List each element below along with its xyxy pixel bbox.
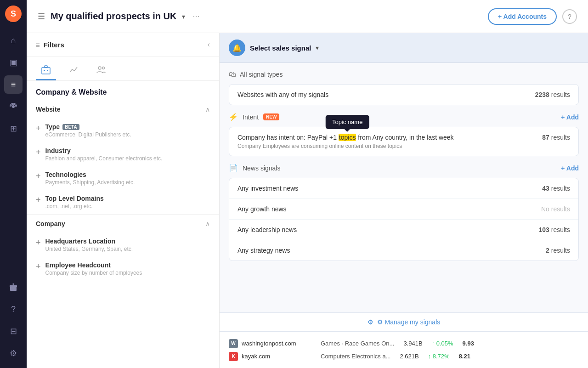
manage-signals-icon: ⚙ [368, 318, 373, 326]
filter-header: ≡ Filters ‹ [27, 33, 219, 57]
news-icon: 📄 [229, 164, 238, 172]
main-area: ☰ My qualified prospects in UK ▾ ··· + A… [27, 0, 588, 368]
signal-select-label: Select sales signal [250, 44, 311, 52]
intent-icon: ⚡ [229, 113, 238, 121]
filter-icon: ≡ [36, 41, 40, 49]
signal-selector: 🔔 Select sales signal ▾ [220, 33, 588, 63]
table-row[interactable]: K kayak.com Computers Electronics a... 2… [229, 352, 579, 361]
nav-item-grid[interactable]: ⊟ [4, 322, 23, 340]
bottom-table: W washingtonpost.com Games · Race Games … [220, 331, 588, 368]
filter-group-website: Website ∧ + Type BETA eCommerce, Digital… [27, 100, 219, 215]
filter-item-industry: + Industry Fashion and apparel, Consumer… [27, 142, 219, 166]
all-signal-types-header: 🛍 All signal types [229, 70, 579, 79]
add-type-button[interactable]: + [36, 124, 41, 133]
nav-item-home[interactable]: ⌂ [4, 31, 23, 50]
intent-header: ⚡ Intent NEW + Add [229, 113, 579, 121]
all-signal-types-icon: 🛍 [229, 70, 236, 79]
topic-tooltip: Topic name [326, 115, 369, 129]
news-card-growth[interactable]: Any growth news No results [229, 199, 578, 220]
filter-tabs [27, 57, 219, 81]
svg-rect-5 [44, 70, 45, 71]
tab-company[interactable] [36, 60, 56, 80]
svg-rect-6 [47, 70, 48, 71]
page-title-dropdown[interactable]: ▾ [182, 13, 185, 20]
intent-new-badge: NEW [263, 113, 279, 120]
news-card-strategy[interactable]: Any strategy news 2 results [229, 240, 578, 260]
site-icon-washingtonpost: W [229, 339, 238, 348]
intent-section: ⚡ Intent NEW + Add Company has intent on… [229, 113, 579, 156]
news-card-investment[interactable]: Any investment news 43 results [229, 178, 578, 199]
nav-item-signal[interactable] [4, 97, 23, 116]
filter-item-technologies: + Technologies Payments, Shipping, Adver… [27, 166, 219, 190]
tab-chart[interactable] [63, 60, 84, 80]
filter-item-hq: + Headquarters Location United States, G… [27, 233, 219, 257]
page-icon: ☰ [38, 11, 45, 22]
topic-tooltip-trigger: topics Topic name [339, 134, 356, 141]
svg-point-8 [102, 67, 105, 69]
more-options-button[interactable]: ··· [192, 11, 199, 21]
intent-card[interactable]: Company has intent on: PayPal +1 topics … [229, 127, 579, 156]
intent-add-button[interactable]: + Add [561, 113, 579, 121]
company-group-chevron: ∧ [205, 220, 210, 227]
nav-item-help[interactable]: ? [4, 300, 23, 318]
add-domains-button[interactable]: + [36, 195, 41, 205]
filter-collapse-button[interactable]: ‹ [208, 40, 210, 49]
tab-people[interactable] [91, 60, 111, 80]
nav-item-analytics[interactable]: ⊞ [4, 119, 23, 138]
add-industry-button[interactable]: + [36, 147, 41, 157]
svg-point-0 [12, 105, 15, 108]
filter-item-domains: + Top Level Domains .com, .net, .org etc… [27, 190, 219, 214]
filter-title: ≡ Filters [36, 41, 64, 49]
filter-item-headcount: + Employee Headcount Company size by num… [27, 257, 219, 281]
website-group-header[interactable]: Website ∧ [27, 100, 219, 119]
news-header: 📄 News signals + Add [229, 164, 579, 172]
website-group-chevron: ∧ [205, 106, 210, 113]
beta-badge: BETA [62, 124, 79, 130]
add-technologies-button[interactable]: + [36, 171, 41, 181]
filter-panel: ≡ Filters ‹ [27, 33, 220, 368]
signal-content: 🛍 All signal types Websites with any of … [220, 63, 588, 312]
signal-dropdown-arrow[interactable]: ▾ [316, 44, 319, 51]
add-headcount-button[interactable]: + [36, 262, 41, 272]
news-section: 📄 News signals + Add Any investment news… [229, 164, 579, 261]
add-hq-button[interactable]: + [36, 238, 41, 248]
news-add-button[interactable]: + Add [561, 164, 579, 172]
svg-rect-3 [42, 68, 50, 74]
content-area: ≡ Filters ‹ [27, 33, 588, 368]
top-header: ☰ My qualified prospects in UK ▾ ··· + A… [27, 0, 588, 33]
filter-group-company: Company ∧ + Headquarters Location United… [27, 215, 219, 281]
svg-rect-2 [10, 285, 17, 287]
nav-item-list[interactable]: ≡ [4, 75, 23, 94]
table-row[interactable]: W washingtonpost.com Games · Race Games … [229, 339, 579, 348]
page-title: My qualified prospects in UK [51, 11, 176, 22]
filter-item-type: + Type BETA eCommerce, Digital Publisher… [27, 119, 219, 142]
all-signal-types-label: All signal types [240, 71, 283, 78]
news-cards-list: Any investment news 43 results Any growt… [229, 178, 579, 261]
company-group-header[interactable]: Company ∧ [27, 215, 219, 233]
nav-item-gift[interactable] [4, 278, 23, 296]
svg-point-7 [98, 67, 101, 69]
filter-section-title: Company & Website [27, 81, 219, 100]
nav-sidebar: S ⌂ ▣ ≡ ⊞ ? ⊟ ⚙ [0, 0, 27, 368]
nav-item-settings[interactable]: ⚙ [4, 344, 23, 362]
svg-rect-4 [45, 66, 47, 68]
signal-bell-icon: 🔔 [229, 40, 245, 56]
help-button[interactable]: ? [562, 9, 577, 24]
nav-item-dashboard[interactable]: ▣ [4, 53, 23, 72]
websites-signal-card[interactable]: Websites with any of my signals 2238 res… [229, 84, 579, 105]
svg-rect-1 [10, 287, 17, 291]
add-accounts-button[interactable]: + Add Accounts [488, 8, 557, 25]
news-card-leadership[interactable]: Any leadership news 103 results [229, 220, 578, 240]
manage-signals-button[interactable]: ⚙ ⚙ Manage my signals [220, 312, 588, 331]
right-panel: 🔔 Select sales signal ▾ 🛍 All signal typ… [220, 33, 588, 368]
site-icon-kayak: K [229, 352, 238, 361]
app-logo: S [5, 6, 22, 22]
